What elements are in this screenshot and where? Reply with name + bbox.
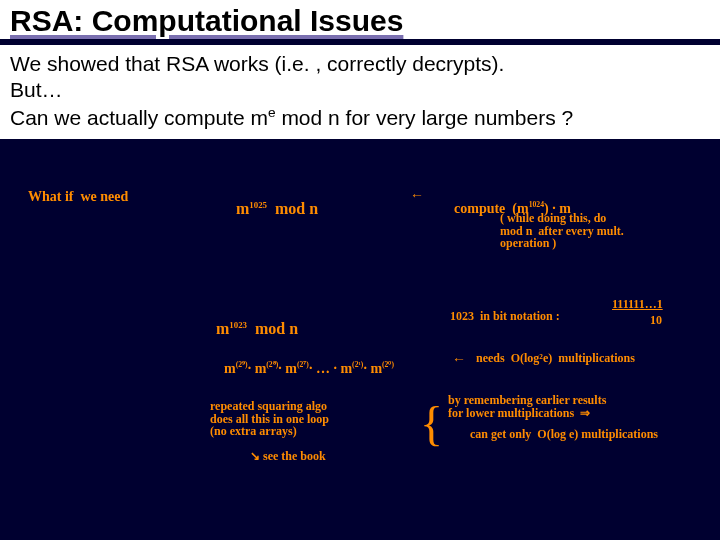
hw-prod-dots: · … · m — [309, 360, 352, 375]
slide-title: RSA: Computational Issues — [10, 4, 710, 37]
hw-prod-d2: · m — [278, 360, 297, 375]
hw-prod-d3: · m — [363, 360, 382, 375]
hw-prod-e1: (2⁹) — [236, 360, 248, 369]
hw-prod-e3: (2⁷) — [297, 360, 309, 369]
hw-prod-e5: (2⁰) — [382, 360, 394, 369]
hw-algo-note: repeated squaring algo does all this in … — [210, 400, 329, 438]
hw-see-book: ↘ see the book — [250, 450, 326, 463]
hw-needs: needs O(log²e) multiplications — [476, 352, 635, 365]
body-line-3b: mod n for very large numbers ? — [276, 106, 574, 129]
hw-prod-e4: (2¹) — [352, 360, 363, 369]
hw-m1023-exp: 1023 — [229, 320, 247, 330]
hw-prod-m1: m — [224, 360, 236, 375]
hw-compute-exp: 1024 — [529, 200, 544, 209]
hw-m1025-exp: 1025 — [249, 200, 267, 210]
brace-icon: { — [420, 400, 443, 448]
hw-bit-value: 111111…1 — [612, 298, 663, 311]
hw-prod-d1: · m — [248, 360, 267, 375]
body-line-3: Can we actually compute me mod n for ver… — [10, 104, 710, 131]
hw-m1025-base: m — [236, 200, 249, 217]
hw-brace-note-top: by remembering earlier results for lower… — [448, 394, 606, 419]
body-line-1: We showed that RSA works (i.e. , correct… — [10, 51, 710, 77]
hw-product: m(2⁹)· m(2⁸)· m(2⁷)· … · m(2¹)· m(2⁰) — [210, 346, 394, 391]
hw-bit-sub: 10 — [650, 314, 662, 327]
body-line-2: But… — [10, 77, 710, 103]
arrow-left-2-icon: ← — [452, 352, 466, 367]
hw-m1023-base: m — [216, 320, 229, 337]
arrow-left-1-icon: ← — [410, 188, 424, 203]
hw-mod-note: ( while doing this, do mod n after every… — [500, 212, 624, 250]
body-text: We showed that RSA works (i.e. , correct… — [0, 45, 720, 139]
title-band: RSA: Computational Issues — [0, 0, 720, 39]
hw-m1023-tail: mod n — [247, 320, 298, 337]
body-line-3-exp: e — [268, 105, 276, 120]
hw-what-if: What if we need — [28, 190, 128, 205]
hw-m1025: m1025 mod n — [220, 184, 318, 235]
hw-m1025-tail: mod n — [267, 200, 318, 217]
hw-prod-e2: (2⁸) — [266, 360, 278, 369]
hw-brace-note-bot: can get only O(log e) multiplications — [470, 428, 658, 441]
body-line-3a: Can we actually compute m — [10, 106, 268, 129]
hw-bit-notation-label: 1023 in bit notation : — [450, 310, 560, 323]
